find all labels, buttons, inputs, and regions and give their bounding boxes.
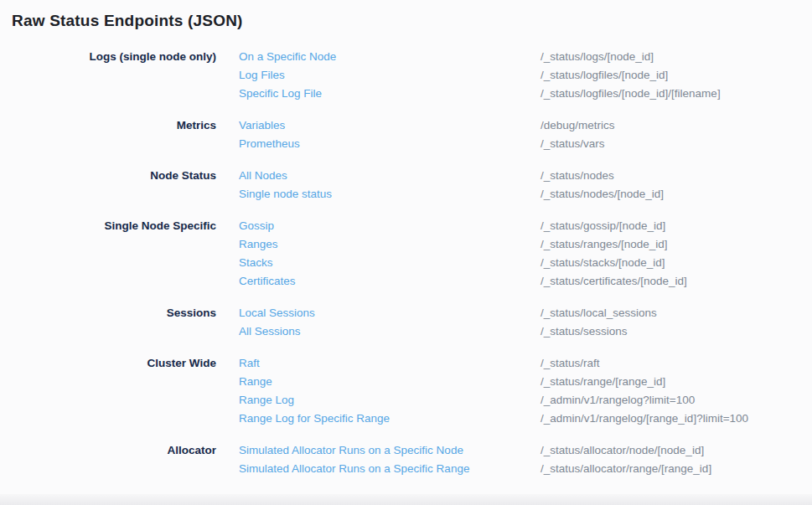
endpoint-link[interactable]: Specific Log File [239, 85, 540, 103]
page-title: Raw Status Endpoints (JSON) [12, 11, 812, 30]
links-column: On a Specific NodeLog FilesSpecific Log … [239, 48, 540, 103]
endpoint-section: Logs (single node only) On a Specific No… [0, 48, 812, 103]
endpoint-sections: Logs (single node only) On a Specific No… [0, 48, 812, 478]
endpoint-link[interactable]: All Nodes [239, 167, 540, 185]
links-column: Local SessionsAll Sessions [239, 304, 540, 341]
endpoint-link[interactable]: Log Files [239, 66, 540, 85]
paths-column: /_status/allocator/node/[node_id]/_statu… [540, 441, 812, 478]
endpoint-link[interactable]: All Sessions [239, 322, 540, 341]
endpoint-path: /_status/nodes/[node_id] [540, 185, 812, 204]
paths-column: /_status/nodes/_status/nodes/[node_id] [540, 167, 812, 204]
endpoint-link[interactable]: Ranges [239, 235, 540, 254]
paths-column: /_status/gossip/[node_id]/_status/ranges… [540, 217, 812, 291]
links-column: RaftRangeRange LogRange Log for Specific… [239, 354, 540, 428]
endpoint-path: /_status/vars [540, 135, 812, 153]
endpoint-path: /_admin/v1/rangelog/[range_id]?limit=100 [540, 410, 812, 428]
bottom-section-divider [0, 494, 812, 505]
endpoint-link[interactable]: Variables [239, 116, 540, 135]
endpoint-path: /debug/metrics [540, 116, 812, 135]
endpoint-link[interactable]: Local Sessions [239, 304, 540, 322]
endpoint-path: /_status/nodes [540, 167, 812, 185]
links-column: VariablesPrometheus [239, 116, 540, 153]
endpoint-path: /_status/logfiles/[node_id] [540, 66, 812, 85]
endpoint-path: /_status/stacks/[node_id] [540, 254, 812, 272]
endpoint-link[interactable]: Single node status [239, 185, 540, 204]
endpoint-path: /_status/ranges/[node_id] [540, 235, 812, 254]
endpoint-section: Node Status All NodesSingle node status … [0, 167, 812, 204]
paths-column: /_status/logs/[node_id]/_status/logfiles… [540, 48, 812, 103]
endpoint-section: Sessions Local SessionsAll Sessions /_st… [0, 304, 812, 341]
endpoint-path: /_status/gossip/[node_id] [540, 217, 812, 235]
endpoint-path: /_status/range/[range_id] [540, 373, 812, 391]
endpoint-link[interactable]: Range Log [239, 391, 540, 410]
paths-column: /_status/local_sessions/_status/sessions [540, 304, 812, 341]
endpoint-link[interactable]: On a Specific Node [239, 48, 540, 66]
paths-column: /debug/metrics/_status/vars [540, 116, 812, 153]
paths-column: /_status/raft/_status/range/[range_id]/_… [540, 354, 812, 428]
endpoint-link[interactable]: Certificates [239, 272, 540, 291]
endpoint-path: /_status/logs/[node_id] [540, 48, 812, 66]
endpoint-link[interactable]: Gossip [239, 217, 540, 235]
category-label: Cluster Wide [0, 354, 216, 373]
category-label: Sessions [0, 304, 216, 322]
links-column: Simulated Allocator Runs on a Specific N… [239, 441, 540, 478]
category-label: Logs (single node only) [0, 48, 216, 66]
endpoint-link[interactable]: Stacks [239, 254, 540, 272]
endpoint-link[interactable]: Range [239, 373, 540, 391]
endpoint-section: Metrics VariablesPrometheus /debug/metri… [0, 116, 812, 153]
endpoint-path: /_status/allocator/node/[node_id] [540, 441, 812, 460]
endpoint-link[interactable]: Simulated Allocator Runs on a Specific R… [239, 460, 540, 478]
category-label: Metrics [0, 116, 216, 135]
category-label: Node Status [0, 167, 216, 185]
links-column: GossipRangesStacksCertificates [239, 217, 540, 291]
endpoint-section: Single Node Specific GossipRangesStacksC… [0, 217, 812, 291]
endpoint-link[interactable]: Raft [239, 354, 540, 373]
category-label: Allocator [0, 441, 216, 460]
endpoint-path: /_status/raft [540, 354, 812, 373]
endpoint-path: /_status/allocator/range/[range_id] [540, 460, 812, 478]
links-column: All NodesSingle node status [239, 167, 540, 204]
endpoint-path: /_status/logfiles/[node_id]/[filename] [540, 85, 812, 103]
category-label: Single Node Specific [0, 217, 216, 235]
endpoint-section: Cluster Wide RaftRangeRange LogRange Log… [0, 354, 812, 428]
endpoint-link[interactable]: Prometheus [239, 135, 540, 153]
endpoint-path: /_status/certificates/[node_id] [540, 272, 812, 291]
endpoint-path: /_status/sessions [540, 322, 812, 341]
endpoint-section: Allocator Simulated Allocator Runs on a … [0, 441, 812, 478]
endpoint-path: /_status/local_sessions [540, 304, 812, 322]
endpoint-link[interactable]: Range Log for Specific Range [239, 410, 540, 428]
endpoint-path: /_admin/v1/rangelog?limit=100 [540, 391, 812, 410]
endpoint-link[interactable]: Simulated Allocator Runs on a Specific N… [239, 441, 540, 460]
